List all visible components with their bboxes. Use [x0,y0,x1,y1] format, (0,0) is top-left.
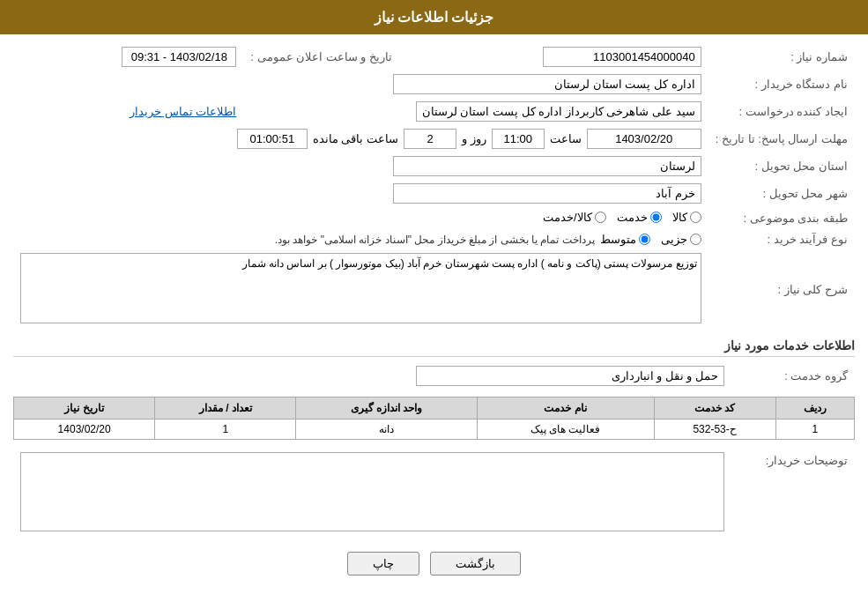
purchase-note: پرداخت تمام یا بخشی از مبلغ خریداز محل "… [275,234,595,246]
deadline-days: 2 [404,129,456,149]
purchase-type-row: جزیی متوسط پرداخت تمام یا بخشی از مبلغ خ… [20,233,701,246]
col-name: نام خدمت [477,397,654,420]
creator-link[interactable]: اطلاعات تماس خریدار [130,105,236,118]
buyer-org-label: نام دستگاه خریدار : [708,71,855,98]
category-option-khedmat[interactable]: خدمت [617,211,662,224]
need-number-value: 1103001454000040 [543,47,701,67]
purchase-option-jozi[interactable]: جزیی [661,233,701,246]
page-title: جزئیات اطلاعات نیاز [375,10,494,25]
service-info-section: اطلاعات خدمات مورد نیاز گروه خدمت : حمل … [13,338,855,440]
table-row: 1ح-53-532فعالیت های پیکدانه11403/02/20 [14,420,855,440]
deadline-days-label: روز و [462,132,486,145]
main-content: شماره نیاز : 1103001454000040 تاریخ و سا… [0,34,868,593]
creator-label: ایجاد کننده درخواست : [708,98,855,125]
service-group: گروه خدمت : حمل و نقل و انبارداری [13,362,855,390]
row-description: شرح کلی نیاز : [13,249,855,330]
row-need-number: شماره نیاز : 1103001454000040 تاریخ و سا… [13,43,855,71]
page-header: جزئیات اطلاعات نیاز [0,0,868,34]
deadline-row: 1403/02/20 ساعت 11:00 روز و 2 ساعت باقی … [20,129,701,149]
row-delivery-city: شهر محل تحویل : خرم آباد [13,180,855,207]
category-label: طبقه بندی موضوعی : [708,207,855,229]
col-qty: تعداد / مقدار [155,397,296,420]
purchase-option-mota[interactable]: متوسط [600,233,650,246]
info-table: شماره نیاز : 1103001454000040 تاریخ و سا… [13,43,855,330]
service-section-title: اطلاعات خدمات مورد نیاز [13,338,855,357]
description-textarea[interactable] [20,253,701,323]
col-row: ردیف [775,397,854,420]
row-buyer-org: نام دستگاه خریدار : اداره کل پست استان ل… [13,71,855,98]
buyer-desc-label: توضیحات خریدار: [731,449,855,538]
buyer-desc-table: توضیحات خریدار: [13,449,855,538]
delivery-city-value: خرم آباد [393,183,701,204]
buyer-desc-textarea[interactable] [20,452,724,531]
service-group-row: گروه خدمت : حمل و نقل و انبارداری [13,362,855,390]
row-creator: ایجاد کننده درخواست : سید علی شاهرخی کار… [13,98,855,125]
print-button[interactable]: چاپ [347,552,419,576]
description-label: شرح کلی نیاز : [708,249,855,330]
row-purchase-type: نوع فرآیند خرید : جزیی متوسط [13,229,855,249]
service-group-value: حمل و نقل و انبارداری [416,366,724,386]
delivery-province-label: استان محل تحویل : [708,152,855,180]
col-unit: واحد اندازه گیری [296,397,477,420]
buyer-org-value: اداره کل پست استان لرستان [393,74,701,94]
delivery-city-label: شهر محل تحویل : [708,180,855,207]
need-number-label: شماره نیاز : [708,43,855,71]
button-row: بازگشت چاپ [13,552,855,576]
category-option-kala[interactable]: کالا [672,211,701,224]
purchase-radio-group: جزیی متوسط [600,233,701,246]
category-option-kala-khedmat[interactable]: کالا/خدمت [543,211,606,224]
row-category: طبقه بندی موضوعی : کالا خدمت [13,207,855,229]
announce-value: 1403/02/18 - 09:31 [122,47,236,67]
col-code: کد خدمت [654,397,775,420]
deadline-remaining: 01:00:51 [237,129,308,149]
announce-label: تاریخ و ساعت اعلان عمومی : [243,43,399,71]
service-group-label: گروه خدمت : [731,362,855,390]
service-table-header: ردیف کد خدمت نام خدمت واحد اندازه گیری ت… [14,397,855,420]
purchase-type-label: نوع فرآیند خرید : [708,229,855,249]
col-date: تاریخ نیاز [14,397,155,420]
category-radio-group: کالا خدمت کالا/خدمت [543,211,701,224]
deadline-remaining-label: ساعت باقی مانده [313,132,398,145]
service-table: ردیف کد خدمت نام خدمت واحد اندازه گیری ت… [13,397,855,440]
deadline-time: 11:00 [492,129,545,149]
creator-value: سید علی شاهرخی کاربرداز اداره کل پست است… [416,101,701,122]
deadline-label: مهلت ارسال پاسخ: تا تاریخ : [708,125,855,152]
deadline-time-label: ساعت [550,132,582,145]
back-button[interactable]: بازگشت [430,552,521,576]
row-deadline: مهلت ارسال پاسخ: تا تاریخ : 1403/02/20 س… [13,125,855,152]
page-container: جزئیات اطلاعات نیاز شماره نیاز : 1103001… [0,0,868,609]
deadline-date: 1403/02/20 [587,129,701,149]
delivery-province-value: لرستان [393,156,701,176]
buyer-desc-row: توضیحات خریدار: [13,449,855,538]
row-delivery-province: استان محل تحویل : لرستان [13,152,855,180]
